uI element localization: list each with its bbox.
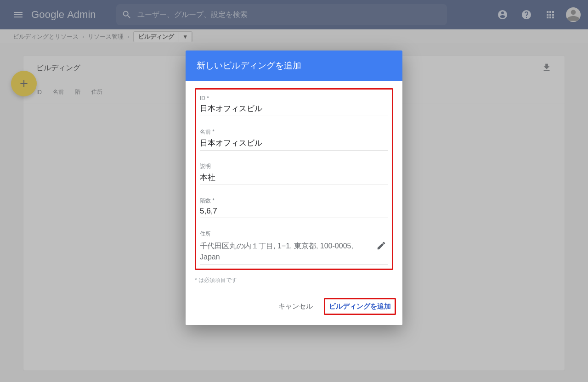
form-highlight: ID * 日本オフィスビル 名前 * 日本オフィスビル 説明 本社 階数 * 5… — [195, 88, 393, 270]
field-floors: 階数 * 5,6,7 — [200, 197, 388, 218]
add-building-dialog: 新しいビルディングを追加 ID * 日本オフィスビル 名前 * 日本オフィスビル… — [186, 51, 402, 325]
field-name-label: 名前 * — [200, 128, 388, 136]
add-building-button[interactable]: ビルディングを追加 — [326, 300, 394, 313]
field-id-input[interactable]: 日本オフィスビル — [200, 103, 388, 116]
pencil-icon — [376, 241, 386, 251]
edit-address-button[interactable] — [374, 241, 388, 253]
field-description: 説明 本社 — [200, 163, 388, 185]
field-name-input[interactable]: 日本オフィスビル — [200, 138, 388, 151]
field-id-label: ID * — [200, 95, 388, 101]
field-description-input[interactable]: 本社 — [200, 172, 388, 185]
field-address-value: 千代田区丸の内１丁目, 1−1, 東京都, 100-0005, Japan — [200, 241, 374, 263]
cancel-button[interactable]: キャンセル — [275, 299, 317, 314]
dialog-body: ID * 日本オフィスビル 名前 * 日本オフィスビル 説明 本社 階数 * 5… — [186, 81, 402, 290]
required-fields-note: * は必須項目です — [195, 276, 393, 284]
field-address: 住所 千代田区丸の内１丁目, 1−1, 東京都, 100-0005, Japan — [200, 230, 388, 265]
dialog-title: 新しいビルディングを追加 — [186, 51, 402, 81]
field-description-label: 説明 — [200, 163, 388, 170]
field-floors-label: 階数 * — [200, 197, 388, 205]
field-name: 名前 * 日本オフィスビル — [200, 128, 388, 151]
dialog-actions: キャンセル ビルディングを追加 — [186, 290, 402, 325]
field-floors-input[interactable]: 5,6,7 — [200, 207, 388, 218]
field-id: ID * 日本オフィスビル — [200, 95, 388, 116]
field-address-label: 住所 — [200, 230, 388, 238]
submit-button-highlight: ビルディングを追加 — [324, 298, 396, 315]
